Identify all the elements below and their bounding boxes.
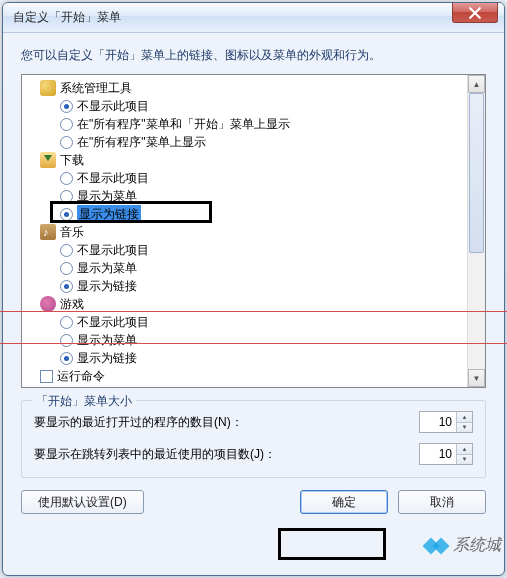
dialog-content: 您可以自定义「开始」菜单上的链接、图标以及菜单的外观和行为。 系统管理工具 不显… [3, 33, 504, 524]
window-title: 自定义「开始」菜单 [3, 9, 121, 26]
spinner-down-icon[interactable]: ▼ [456, 455, 472, 465]
ok-button[interactable]: 确定 [300, 490, 388, 514]
group-label: 系统管理工具 [60, 79, 132, 97]
radio-icon [60, 208, 73, 221]
spinner-input[interactable] [420, 444, 456, 464]
radio-games-menu[interactable]: 显示为菜单 [26, 331, 463, 349]
start-menu-size-group: 「开始」菜单大小 要显示的最近打开过的程序的数目(N)： ▲▼ 要显示在跳转列表… [21, 400, 486, 478]
vertical-scrollbar[interactable]: ▲ ▼ [467, 75, 485, 387]
scroll-down-button[interactable]: ▼ [468, 369, 485, 387]
radio-music-none[interactable]: 不显示此项目 [26, 241, 463, 259]
radio-music-menu[interactable]: 显示为菜单 [26, 259, 463, 277]
spinner-jumplist[interactable]: ▲▼ [419, 443, 473, 465]
spinner-up-icon[interactable]: ▲ [456, 412, 472, 423]
radio-downloads-menu[interactable]: 显示为菜单 [26, 187, 463, 205]
dialog-window: 自定义「开始」菜单 您可以自定义「开始」菜单上的链接、图标以及菜单的外观和行为。… [2, 2, 505, 576]
radio-icon [60, 352, 73, 365]
radio-icon [60, 262, 73, 275]
row-label: 要显示的最近打开过的程序的数目(N)： [34, 414, 419, 431]
games-icon [40, 296, 56, 312]
checkbox-icon [40, 370, 53, 383]
spinner-down-icon[interactable]: ▼ [456, 423, 472, 433]
instruction-text: 您可以自定义「开始」菜单上的链接、图标以及菜单的外观和行为。 [21, 47, 486, 64]
close-icon [469, 7, 481, 19]
titlebar: 自定义「开始」菜单 [3, 3, 504, 33]
group-label: 音乐 [60, 223, 84, 241]
radio-downloads-link[interactable]: 显示为链接 [26, 205, 463, 223]
radio-icon [60, 190, 73, 203]
close-button[interactable] [452, 3, 498, 23]
scrollbar-thumb[interactable] [469, 93, 484, 253]
radio-games-none[interactable]: 不显示此项目 [26, 313, 463, 331]
radio-systools-none[interactable]: 不显示此项目 [26, 97, 463, 115]
radio-games-link[interactable]: 显示为链接 [26, 349, 463, 367]
music-icon [40, 224, 56, 240]
group-downloads: 下载 [26, 151, 463, 169]
group-systools: 系统管理工具 [26, 79, 463, 97]
group-label: 下载 [60, 151, 84, 169]
row-jumplist-count: 要显示在跳转列表中的最近使用的项目数(J)： ▲▼ [34, 443, 473, 465]
spinner-up-icon[interactable]: ▲ [456, 444, 472, 455]
row-label: 要显示在跳转列表中的最近使用的项目数(J)： [34, 446, 419, 463]
radio-icon [60, 136, 73, 149]
tree-inner: 系统管理工具 不显示此项目 在"所有程序"菜单和「开始」菜单上显示 在"所有程序… [26, 79, 463, 383]
radio-icon [60, 100, 73, 113]
systools-icon [40, 80, 56, 96]
options-tree: 系统管理工具 不显示此项目 在"所有程序"菜单和「开始」菜单上显示 在"所有程序… [21, 74, 486, 388]
radio-icon [60, 280, 73, 293]
cancel-button[interactable]: 取消 [398, 490, 486, 514]
downloads-icon [40, 152, 56, 168]
radio-systools-both[interactable]: 在"所有程序"菜单和「开始」菜单上显示 [26, 115, 463, 133]
spinner-input[interactable] [420, 412, 456, 432]
dialog-footer: 使用默认设置(D) 确定 取消 [21, 490, 486, 514]
row-programs-count: 要显示的最近打开过的程序的数目(N)： ▲▼ [34, 411, 473, 433]
group-label: 游戏 [60, 295, 84, 313]
radio-music-link[interactable]: 显示为链接 [26, 277, 463, 295]
group-title: 「开始」菜单大小 [32, 393, 136, 410]
radio-systools-all[interactable]: 在"所有程序"菜单上显示 [26, 133, 463, 151]
scroll-up-button[interactable]: ▲ [468, 75, 485, 93]
radio-icon [60, 316, 73, 329]
radio-icon [60, 172, 73, 185]
use-defaults-button[interactable]: 使用默认设置(D) [21, 490, 144, 514]
checkbox-run[interactable]: 运行命令 [26, 367, 463, 383]
radio-icon [60, 118, 73, 131]
spinner-programs[interactable]: ▲▼ [419, 411, 473, 433]
radio-downloads-none[interactable]: 不显示此项目 [26, 169, 463, 187]
group-games: 游戏 [26, 295, 463, 313]
group-music: 音乐 [26, 223, 463, 241]
radio-icon [60, 334, 73, 347]
radio-icon [60, 244, 73, 257]
